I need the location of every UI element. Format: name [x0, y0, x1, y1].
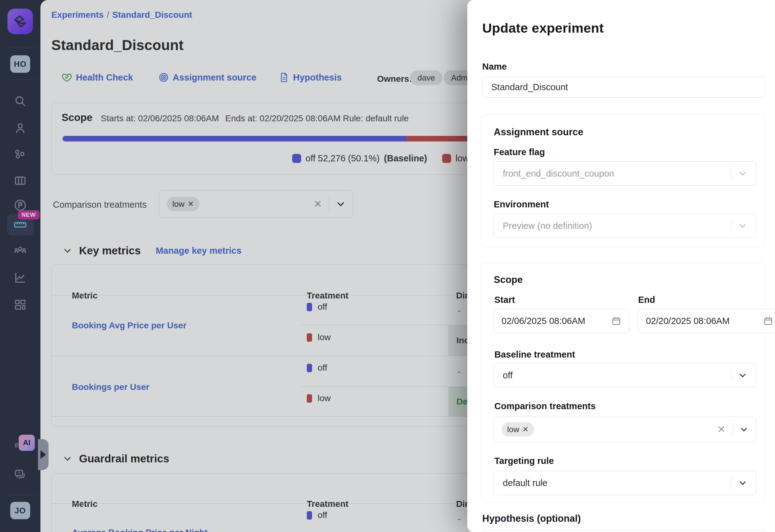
- table-row: low: [307, 332, 331, 342]
- manage-key-metrics-link[interactable]: Manage key metrics: [155, 246, 241, 256]
- owners-label: Owners:: [377, 74, 412, 84]
- comparison-chip-low[interactable]: low ✕: [502, 422, 534, 437]
- health-check-label: Health Check: [76, 72, 133, 83]
- target-icon: [158, 72, 169, 83]
- collapse-chevron-icon[interactable]: [63, 246, 72, 255]
- assignment-source-card: Assignment source Feature flag front_end…: [481, 114, 765, 247]
- table-row: off: [307, 363, 327, 373]
- help-chat-icon: ?: [13, 468, 27, 482]
- scope-starts-at: Starts at: 02/06/2025 08:06AM: [101, 113, 219, 123]
- hypothesis-label: Hypothesis: [293, 72, 341, 83]
- page-title: Standard_Discount: [51, 37, 183, 53]
- user-avatar[interactable]: JO: [10, 502, 30, 519]
- environment-value: Preview (no definition): [503, 221, 592, 231]
- sidebar-item-flags[interactable]: [10, 171, 30, 191]
- scope-title: Scope: [494, 274, 523, 285]
- comparison-chip-low[interactable]: low ✕: [167, 197, 199, 211]
- sidebar-item-users[interactable]: [10, 118, 30, 138]
- sidebar-expand-handle[interactable]: [38, 439, 49, 470]
- hexagons-icon: [13, 147, 27, 162]
- legend-low-text: low: [456, 153, 469, 164]
- legend-off-baseline: (Baseline): [384, 153, 427, 164]
- chevron-down-icon: [738, 371, 747, 380]
- select-clear-icon[interactable]: ✕: [313, 198, 322, 210]
- comparison-treatments-select[interactable]: low ✕ ✕: [494, 417, 756, 442]
- ai-badge: AI: [19, 435, 35, 451]
- chip-remove-icon[interactable]: ✕: [188, 200, 194, 208]
- owner-pill-dave[interactable]: dave: [410, 70, 443, 85]
- sidebar-item-help[interactable]: ?: [10, 465, 30, 485]
- svg-text:?: ?: [18, 471, 20, 475]
- end-date-input[interactable]: 02/20/2025 08:06AM: [638, 309, 775, 333]
- chip-remove-icon[interactable]: ✕: [522, 425, 529, 434]
- columns-icon: [13, 173, 27, 188]
- direction-off-2: -: [458, 367, 461, 377]
- feature-flag-select[interactable]: front_end_discount_coupon: [494, 161, 756, 186]
- baseline-treatment-label: Baseline treatment: [494, 349, 575, 360]
- breadcrumb-experiments[interactable]: Experiments: [51, 10, 104, 20]
- chevron-down-icon: [740, 425, 748, 434]
- chevron-down-icon[interactable]: [336, 199, 345, 209]
- name-input-value: Standard_Discount: [491, 82, 568, 92]
- chevron-down-icon: [738, 479, 747, 487]
- org-avatar[interactable]: HO: [10, 55, 30, 73]
- document-icon: [279, 72, 289, 83]
- logo-mark-icon: [12, 13, 28, 30]
- treatment-off-label: off: [318, 363, 327, 373]
- hypothesis-link[interactable]: Hypothesis: [279, 72, 341, 83]
- dashboard-blocks-icon: [13, 298, 27, 312]
- scope-ends-at: Ends at: 02/20/2025 08:06AM: [225, 113, 341, 123]
- chevron-down-icon: [738, 221, 747, 230]
- assignment-source-link[interactable]: Assignment source: [158, 72, 256, 83]
- baseline-treatment-select[interactable]: off: [494, 363, 756, 387]
- col-metric: Metric: [72, 291, 97, 301]
- breadcrumb-current[interactable]: Standard_Discount: [112, 10, 192, 20]
- key-metrics-header: Key metrics Manage key metrics: [63, 244, 241, 257]
- select-divider: [329, 197, 329, 211]
- scope-card: Scope Start End 02/06/2025 08:06AM 02/20…: [481, 263, 765, 502]
- targeting-rule-select[interactable]: default rule: [494, 471, 756, 495]
- environment-select[interactable]: Preview (no definition): [494, 214, 756, 238]
- feature-flag-label: Feature flag: [494, 147, 545, 157]
- legend-off-text: off 52,276 (50.1%): [305, 153, 379, 164]
- sidebar-item-analytics[interactable]: [10, 268, 30, 288]
- comparison-chip-low-label: low: [507, 425, 519, 434]
- scope-card-title: Scope: [62, 112, 92, 123]
- line-chart-icon: [13, 271, 27, 285]
- hypothesis-input[interactable]: [482, 530, 765, 532]
- comparison-chip-low-label: low: [172, 199, 184, 209]
- scope-rule: Rule: default rule: [343, 113, 409, 123]
- select-clear-icon[interactable]: ✕: [717, 423, 726, 435]
- guardrail-metrics-title: Guardrail metrics: [79, 452, 169, 465]
- environment-label: Environment: [494, 199, 549, 210]
- sidebar-item-dashboards[interactable]: [10, 295, 30, 315]
- treatment-off-label: off: [318, 510, 327, 520]
- direction-off-guardrail: -: [458, 514, 461, 524]
- panel-title: Update experiment: [482, 21, 604, 36]
- treatment-off-swatch: [307, 511, 312, 520]
- legend-off: off 52,276 (50.1%) (Baseline): [292, 153, 427, 164]
- sidebar-item-audiences[interactable]: [10, 241, 30, 261]
- hypothesis-optional-label: Hypothesis (optional): [482, 513, 581, 524]
- metric-link-bookings-per-user[interactable]: Bookings per User: [72, 382, 149, 392]
- collapse-chevron-icon[interactable]: [63, 454, 72, 463]
- health-check-link[interactable]: Health Check: [62, 72, 133, 83]
- calendar-icon[interactable]: [611, 316, 622, 326]
- calendar-icon[interactable]: [763, 316, 773, 326]
- metric-link-guardrail[interactable]: Average Booking Price per Night: [72, 528, 207, 532]
- guardrail-metrics-header: Guardrail metrics: [63, 452, 169, 465]
- app-logo[interactable]: [7, 9, 33, 34]
- col-metric: Metric: [72, 499, 97, 509]
- col-treatment: Treatment: [307, 499, 348, 509]
- sidebar-item-search[interactable]: [10, 91, 30, 111]
- person-icon: [13, 121, 27, 135]
- breadcrumb-separator: /: [107, 10, 109, 20]
- name-input[interactable]: Standard_Discount: [482, 76, 765, 98]
- treatment-off-label: off: [318, 302, 327, 312]
- start-date-input[interactable]: 02/06/2025 08:06AM: [494, 309, 629, 333]
- comparison-treatments-label: Comparison treatments: [53, 200, 146, 210]
- table-row: low: [307, 393, 331, 403]
- metric-link-booking-avg-price[interactable]: Booking Avg Price per User: [72, 321, 186, 331]
- comparison-treatments-select[interactable]: low ✕ ✕: [159, 190, 353, 218]
- sidebar-item-segments[interactable]: [10, 145, 30, 164]
